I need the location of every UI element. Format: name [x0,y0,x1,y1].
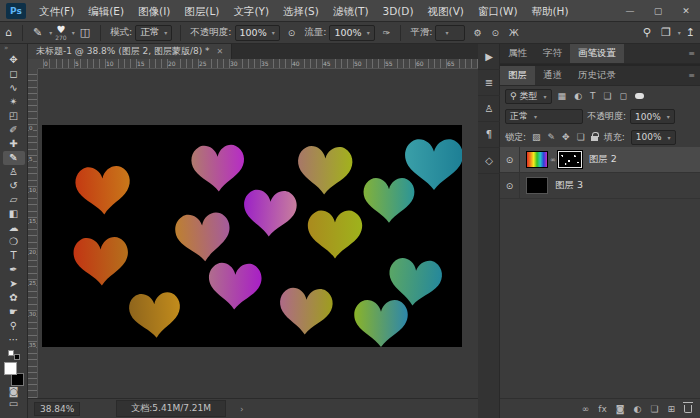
layer-row[interactable]: ⊙图层 3 [500,173,700,199]
brush-panel-icon[interactable]: ≣ [478,70,500,96]
gradient-tool[interactable]: ◧ [3,207,25,221]
eyedropper-tool[interactable]: ✐ [3,123,25,137]
lock-artboard-icon[interactable]: ❏ [577,132,585,142]
marquee-tool[interactable]: ◻ [3,67,25,81]
lock-transparency-icon[interactable]: ▨ [532,132,541,142]
paint-symmetry-icon[interactable]: Ж [504,28,524,38]
actions-panel-icon[interactable]: ▶ [478,44,500,70]
add-layer-mask-icon[interactable]: ◙ [616,404,625,414]
tab-属性[interactable]: 属性 [500,44,535,63]
brush-tool-preset-icon[interactable]: ✎ [28,26,47,39]
pen-tool[interactable]: ✒ [3,263,25,277]
lasso-tool[interactable]: ∿ [3,81,25,95]
layer-row[interactable]: ⊙∞图层 2 [500,147,700,173]
lock-all-icon[interactable] [591,136,598,141]
menu-item[interactable]: 图层(L) [177,0,226,22]
tab-字符[interactable]: 字符 [535,44,570,63]
menu-item[interactable]: 编辑(E) [81,0,131,22]
share-icon[interactable]: ↥ [681,26,700,39]
search-icon[interactable]: ⚲ [638,26,656,39]
document-tab[interactable]: 未标题-1 @ 38.8% (图层 2, 图层蒙版/8) * ✕ [28,44,232,59]
tab-图层[interactable]: 图层 [500,66,535,85]
layer-thumbnail[interactable] [526,151,548,168]
status-options-chevron[interactable]: › [240,404,244,414]
filter-kind-select[interactable]: ⚲ 类型 [505,89,552,104]
menu-item[interactable]: 选择(S) [276,0,326,22]
filter-adjustment-layers-icon[interactable]: ◐ [574,91,582,101]
crop-tool[interactable]: ◰ [3,109,25,123]
menu-item[interactable]: 视图(V) [421,0,471,22]
minimize-button[interactable]: — [616,0,644,21]
dodge-tool[interactable]: ❍ [3,235,25,249]
pressure-opacity-icon[interactable]: ⊙ [283,28,301,38]
blend-mode-select[interactable]: 正常 [135,25,172,41]
link-layers-icon[interactable]: ∞ [582,404,590,414]
tab-通道[interactable]: 通道 [535,66,570,85]
shape-tool[interactable]: ✿ [3,291,25,305]
layer-fill-select[interactable]: 100% [631,130,676,145]
foreground-color-swatch[interactable] [4,362,17,375]
airbrush-icon[interactable]: ✑ [378,28,396,38]
maximize-button[interactable]: ▢ [644,0,672,21]
default-colors-icon[interactable] [8,350,20,360]
layer-thumbnail[interactable] [526,177,548,194]
layer-style-icon[interactable]: fx [598,404,607,414]
filter-pixel-layers-icon[interactable]: ▦ [558,91,567,101]
home-icon[interactable]: ⌂ [0,26,17,39]
lock-paint-icon[interactable]: ✎ [548,132,556,142]
brush-tool[interactable]: ✎ [3,151,25,165]
lock-position-icon[interactable]: ✥ [562,132,570,142]
panel-menu-icon[interactable]: ≡ [688,71,695,80]
brush-settings-panel-toggle-icon[interactable]: ◫ [75,26,95,39]
zoom-level-field[interactable]: 38.84% [34,402,80,416]
healing-brush-tool[interactable]: ✚ [3,137,25,151]
paragraph-panel-icon[interactable]: ¶ [478,122,500,148]
filter-smart-objects-icon[interactable]: ◻ [620,91,627,101]
toolbar-more[interactable]: ⋯ [3,333,25,347]
pressure-size-icon[interactable]: ⊙ [486,28,504,38]
menu-item[interactable]: 3D(D) [375,0,420,22]
libraries-panel-icon[interactable]: ◇ [478,148,500,174]
document-canvas[interactable] [42,125,462,347]
magic-wand-tool[interactable]: ✴ [3,95,25,109]
smudge-tool[interactable]: ☁ [3,221,25,235]
brush-preset-picker[interactable]: ♥ 270 [52,25,69,41]
layer-visibility-eye-icon[interactable]: ⊙ [500,173,520,199]
quick-mask-button[interactable]: ◙ [9,386,19,398]
layer-visibility-eye-icon[interactable]: ⊙ [500,147,520,173]
layer-opacity-select[interactable]: 100% [630,109,675,124]
filter-type-layers-icon[interactable]: T [590,91,596,101]
toolbar-collapse-icon[interactable]: » [0,44,8,53]
layer-blend-mode-select[interactable]: 正常 [505,109,583,124]
color-swatches[interactable] [4,362,24,386]
workspace-switcher-icon[interactable]: ❐ [656,26,676,39]
close-button[interactable]: ✕ [672,0,700,21]
menu-item[interactable]: 帮助(H) [525,0,576,22]
layer-mask-thumbnail[interactable] [558,151,582,168]
screen-mode-button[interactable]: ▭ [9,398,18,410]
new-group-icon[interactable]: ❏ [650,404,658,414]
smoothing-gear-icon[interactable]: ⚙ [468,28,486,38]
menu-item[interactable]: 窗口(W) [471,0,525,22]
type-tool[interactable]: T [3,249,25,263]
history-brush-tool[interactable]: ↺ [3,179,25,193]
new-adjustment-layer-icon[interactable]: ◐ [634,404,642,414]
filter-shape-layers-icon[interactable]: ❏ [603,91,611,101]
clone-stamp-tool[interactable]: ♙ [3,165,25,179]
move-tool[interactable]: ✥ [3,53,25,67]
zoom-tool[interactable]: ⚲ [3,319,25,333]
flow-select[interactable]: 100% [329,25,374,41]
smoothing-select[interactable] [435,25,465,41]
tab-历史记录[interactable]: 历史记录 [570,66,624,85]
eraser-tool[interactable]: ▱ [3,193,25,207]
filter-toggle-switch[interactable] [635,93,644,99]
menu-item[interactable]: 文件(F) [32,0,81,22]
delete-layer-icon[interactable] [684,405,692,413]
hand-tool[interactable]: ☛ [3,305,25,319]
tab-画笔设置[interactable]: 画笔设置 [570,44,624,63]
opacity-select[interactable]: 100% [235,25,280,41]
clone-source-panel-icon[interactable]: ♙ [478,96,500,122]
menu-item[interactable]: 滤镜(T) [326,0,376,22]
menu-item[interactable]: 图像(I) [131,0,177,22]
menu-item[interactable]: 文字(Y) [226,0,276,22]
